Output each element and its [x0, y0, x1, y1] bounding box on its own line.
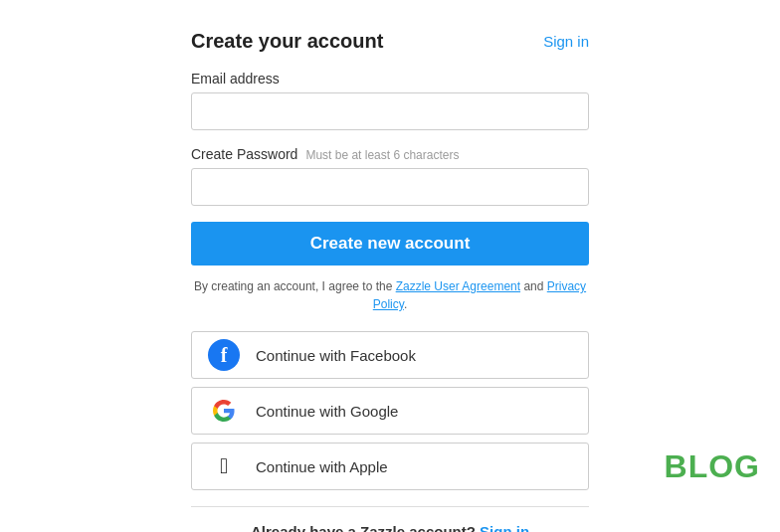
user-agreement-link[interactable]: Zazzle User Agreement	[396, 279, 520, 293]
email-label: Email address	[191, 71, 589, 87]
terms-text: By creating an account, I agree to the Z…	[191, 277, 589, 313]
password-input[interactable]	[191, 168, 589, 206]
apple-icon: 	[208, 450, 240, 482]
email-input[interactable]	[191, 92, 589, 130]
facebook-button-label: Continue with Facebook	[256, 347, 416, 364]
google-button[interactable]: Continue with Google	[191, 387, 589, 435]
google-icon	[208, 395, 240, 427]
facebook-button[interactable]: f Continue with Facebook	[191, 331, 589, 379]
google-button-label: Continue with Google	[256, 403, 398, 420]
facebook-icon: f	[208, 339, 240, 371]
page-title: Create your account	[191, 30, 383, 53]
apple-button-label: Continue with Apple	[256, 458, 388, 475]
password-label-row: Create Password Must be at least 6 chara…	[191, 146, 589, 162]
blog-badge: BLOG	[665, 448, 760, 485]
create-account-button[interactable]: Create new account	[191, 222, 589, 266]
password-label: Create Password	[191, 146, 297, 162]
bottom-sign-in-link[interactable]: Sign in	[480, 523, 529, 532]
password-hint: Must be at least 6 characters	[305, 148, 459, 162]
sign-in-link[interactable]: Sign in	[543, 33, 589, 50]
header-row: Create your account Sign in	[191, 30, 589, 53]
signup-form: Create your account Sign in Email addres…	[181, 30, 599, 532]
divider	[191, 506, 589, 507]
apple-button[interactable]:  Continue with Apple	[191, 443, 589, 490]
bottom-text: Already have a Zazzle account? Sign in	[191, 523, 589, 532]
